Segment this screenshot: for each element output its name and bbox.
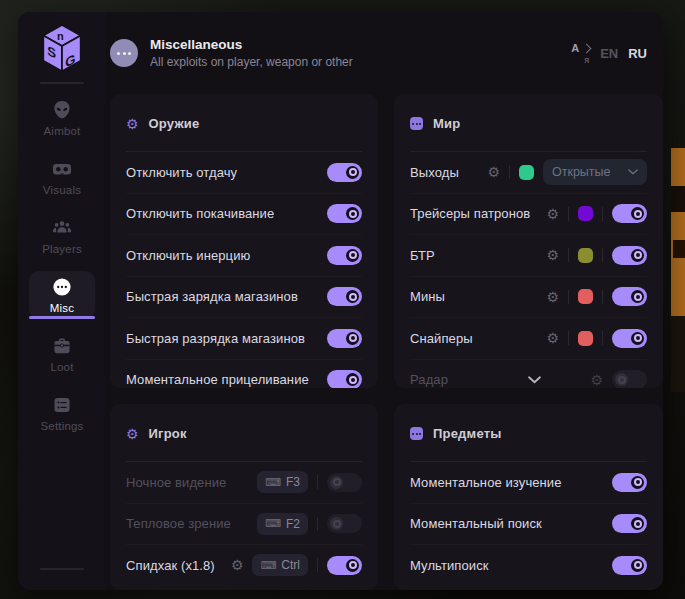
separator bbox=[317, 558, 318, 572]
toggle-switch[interactable] bbox=[612, 287, 647, 306]
section-title: Оружие bbox=[149, 116, 200, 131]
color-swatch[interactable] bbox=[578, 289, 593, 304]
toggle-switch[interactable] bbox=[612, 514, 647, 533]
sidebar-item-players[interactable]: Players bbox=[29, 212, 95, 260]
language-option-ru[interactable]: RU bbox=[628, 46, 647, 61]
keyboard-icon: ⌨ bbox=[265, 477, 281, 488]
color-swatch[interactable] bbox=[519, 165, 534, 180]
dots-square-icon bbox=[410, 427, 423, 440]
toggle-knob bbox=[615, 373, 628, 386]
hotkey-label: F2 bbox=[286, 517, 300, 531]
toggle-switch[interactable] bbox=[327, 556, 362, 575]
language-option-en[interactable]: EN bbox=[600, 46, 618, 61]
feature-label: Тепловое зрение bbox=[126, 516, 231, 531]
toggle-switch[interactable] bbox=[612, 473, 647, 492]
gear-icon[interactable]: ⚙ bbox=[546, 290, 559, 304]
feature-label: Моментальный поиск bbox=[410, 516, 542, 531]
feature-label: Моментальное прицеливание bbox=[126, 372, 309, 387]
toggle-switch[interactable] bbox=[612, 329, 647, 348]
toggle-switch[interactable] bbox=[327, 329, 362, 348]
gear-icon[interactable]: ⚙ bbox=[231, 558, 244, 572]
toggle-knob bbox=[346, 207, 359, 220]
feature-row: Моментальный поиск bbox=[410, 504, 647, 546]
row-controls: ⌨F2 bbox=[257, 513, 362, 535]
feature-row: Мины⚙ bbox=[410, 277, 647, 319]
gear-icon[interactable]: ⚙ bbox=[546, 207, 559, 221]
separator bbox=[317, 517, 318, 531]
color-swatch[interactable] bbox=[578, 206, 593, 221]
toggle-switch[interactable] bbox=[327, 473, 362, 492]
sidebar-item-settings[interactable]: Settings bbox=[29, 389, 95, 437]
toggle-switch[interactable] bbox=[612, 556, 647, 575]
dropdown-select[interactable]: Открытые bbox=[543, 159, 647, 185]
color-swatch[interactable] bbox=[578, 331, 593, 346]
gear-icon[interactable]: ⚙ bbox=[487, 165, 500, 179]
toggle-switch[interactable] bbox=[612, 204, 647, 223]
feature-label: Снайперы bbox=[410, 331, 473, 346]
row-controls: ⌨F3 bbox=[257, 471, 362, 493]
ellipsis-icon bbox=[52, 277, 72, 297]
feature-row: БТР⚙ bbox=[410, 235, 647, 277]
feature-row: Быстрая разрядка магазинов bbox=[126, 318, 362, 360]
screen: S G n AimbotVisualsPlayersMiscLootSettin… bbox=[0, 0, 685, 599]
page-title: Miscellaneous bbox=[150, 37, 353, 52]
app-logo-icon: S G n bbox=[40, 24, 84, 72]
toggle-knob bbox=[346, 249, 359, 262]
sidebar-item-label: Loot bbox=[50, 361, 73, 373]
row-controls: ⚙ bbox=[546, 246, 647, 265]
row-controls bbox=[327, 287, 362, 306]
sidebar-item-label: Misc bbox=[50, 302, 74, 314]
toggle-switch[interactable] bbox=[327, 163, 362, 182]
hotkey-badge[interactable]: ⌨F3 bbox=[257, 471, 308, 493]
chevron-down-icon[interactable] bbox=[528, 376, 541, 384]
sidebar: S G n AimbotVisualsPlayersMiscLootSettin… bbox=[18, 12, 106, 590]
section-header: ⚙Игрок bbox=[126, 404, 362, 455]
gear-icon[interactable]: ⚙ bbox=[590, 373, 603, 387]
separator bbox=[602, 248, 603, 262]
toggle-switch[interactable] bbox=[327, 204, 362, 223]
toggle-switch[interactable] bbox=[612, 370, 647, 388]
briefcase-icon bbox=[52, 336, 72, 356]
hotkey-badge[interactable]: ⌨F2 bbox=[257, 513, 308, 535]
row-controls: ⚙ bbox=[546, 329, 647, 348]
hotkey-badge[interactable]: ⌨Ctrl bbox=[252, 554, 308, 576]
feature-label: Ночное видение bbox=[126, 475, 226, 490]
main-panel: Miscellaneous All exploits on player, we… bbox=[106, 12, 663, 590]
feature-label: Отключить покачивание bbox=[126, 206, 274, 221]
gear-icon[interactable]: ⚙ bbox=[546, 248, 559, 262]
toggle-knob bbox=[631, 249, 644, 262]
toggle-switch[interactable] bbox=[327, 514, 362, 533]
toggle-switch[interactable] bbox=[612, 246, 647, 265]
sidebar-item-aimbot[interactable]: Aimbot bbox=[29, 94, 95, 142]
content-column-right: МирВыходы⚙ОткрытыеТрейсеры патронов⚙БТР⚙… bbox=[394, 94, 663, 590]
toggle-knob bbox=[631, 476, 644, 489]
row-controls bbox=[327, 370, 362, 388]
content-column-left: ⚙ОружиеОтключить отдачуОтключить покачив… bbox=[110, 94, 378, 590]
toggle-knob bbox=[330, 476, 343, 489]
row-controls bbox=[327, 329, 362, 348]
sidebar-item-misc[interactable]: Misc bbox=[29, 271, 95, 319]
row-controls bbox=[612, 473, 647, 492]
toggle-knob bbox=[346, 166, 359, 179]
cheat-menu-window: S G n AimbotVisualsPlayersMiscLootSettin… bbox=[18, 12, 663, 590]
sidebar-item-loot[interactable]: Loot bbox=[29, 330, 95, 378]
toggle-switch[interactable] bbox=[327, 370, 362, 388]
page-subtitle: All exploits on player, weapon or other bbox=[150, 55, 353, 69]
keyboard-icon: ⌨ bbox=[260, 560, 276, 571]
language-switcher: Aя EN RU bbox=[571, 45, 647, 62]
sidebar-item-visuals[interactable]: Visuals bbox=[29, 153, 95, 201]
toggle-knob bbox=[631, 559, 644, 572]
toggle-switch[interactable] bbox=[327, 246, 362, 265]
color-swatch[interactable] bbox=[578, 248, 593, 263]
row-controls bbox=[612, 514, 647, 533]
keyboard-icon: ⌨ bbox=[265, 518, 281, 529]
toggle-knob bbox=[346, 559, 359, 572]
separator bbox=[602, 331, 603, 345]
feature-label: Радар bbox=[410, 372, 448, 387]
content-area: ⚙ОружиеОтключить отдачуОтключить покачив… bbox=[106, 94, 663, 590]
toggle-switch[interactable] bbox=[327, 287, 362, 306]
translate-icon: Aя bbox=[571, 45, 590, 62]
gear-icon[interactable]: ⚙ bbox=[546, 331, 559, 345]
vr-goggles-icon bbox=[52, 159, 72, 179]
feature-label: Моментальное изучение bbox=[410, 475, 562, 490]
